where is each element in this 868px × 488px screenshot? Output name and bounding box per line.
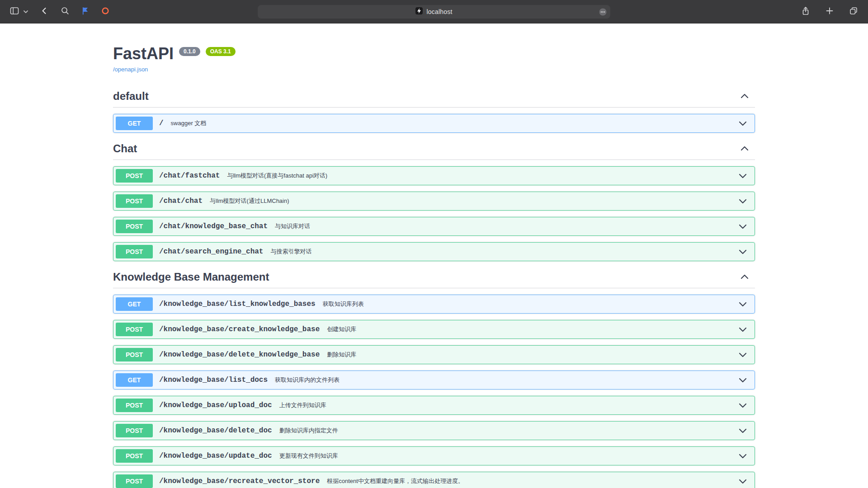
sidebar-menu-button[interactable] bbox=[23, 7, 29, 16]
openapi-json-link[interactable]: /openapi.json bbox=[113, 66, 148, 73]
method-badge: POST bbox=[116, 474, 153, 488]
section-header-default[interactable]: default bbox=[113, 87, 755, 108]
share-icon bbox=[801, 6, 810, 17]
section-knowledge-base-management: Knowledge Base Management GET /knowledge… bbox=[113, 267, 755, 488]
chevron-down-icon[interactable] bbox=[739, 352, 747, 357]
chevron-down-icon[interactable] bbox=[739, 403, 747, 408]
chevron-down-icon[interactable] bbox=[739, 454, 747, 459]
swagger-page: FastAPI 0.1.0 OAS 3.1 /openapi.json defa… bbox=[0, 23, 868, 488]
oas-badge: OAS 3.1 bbox=[206, 47, 236, 56]
endpoint-row[interactable]: GET / swagger 文档 bbox=[113, 114, 755, 133]
method-badge: POST bbox=[116, 449, 153, 463]
endpoint-row[interactable]: POST /knowledge_base/create_knowledge_ba… bbox=[113, 320, 755, 339]
section-header-knowledge-base-management[interactable]: Knowledge Base Management bbox=[113, 267, 755, 288]
method-badge: POST bbox=[116, 323, 153, 336]
extension-orange-icon bbox=[101, 7, 109, 16]
endpoint-description: 与搜索引擎对话 bbox=[270, 248, 311, 256]
chevron-down-icon[interactable] bbox=[739, 121, 747, 126]
method-badge: POST bbox=[116, 424, 153, 437]
back-button[interactable] bbox=[39, 5, 50, 18]
chevron-down-icon[interactable] bbox=[739, 378, 747, 383]
endpoint-path: /chat/knowledge_base_chat bbox=[159, 222, 268, 230]
method-badge: POST bbox=[116, 348, 153, 361]
method-badge: GET bbox=[116, 297, 153, 311]
chevron-up-icon bbox=[741, 94, 749, 99]
endpoint-row[interactable]: POST /chat/knowledge_base_chat 与知识库对话 bbox=[113, 217, 755, 236]
method-badge: POST bbox=[116, 220, 153, 233]
method-badge: POST bbox=[116, 194, 153, 208]
endpoint-path: /knowledge_base/upload_doc bbox=[159, 401, 272, 409]
chevron-left-icon bbox=[40, 6, 49, 17]
endpoint-description: 与知识库对话 bbox=[275, 222, 310, 230]
endpoint-description: 与llm模型对话(通过LLMChain) bbox=[210, 197, 289, 205]
endpoint-path: /knowledge_base/update_doc bbox=[159, 452, 272, 460]
method-badge: POST bbox=[116, 169, 153, 183]
url-text: localhost bbox=[426, 8, 452, 15]
endpoint-description: 删除知识库内指定文件 bbox=[279, 427, 338, 435]
chevron-down-icon[interactable] bbox=[739, 249, 747, 254]
chevron-down-icon[interactable] bbox=[739, 199, 747, 204]
share-button[interactable] bbox=[800, 5, 811, 18]
endpoint-description: 获取知识库内的文件列表 bbox=[275, 376, 340, 384]
section-title: Chat bbox=[113, 142, 137, 155]
endpoint-row[interactable]: POST /chat/fastchat 与llm模型对话(直接与fastchat… bbox=[113, 166, 755, 185]
extension-blue-button[interactable] bbox=[80, 6, 90, 17]
address-bar[interactable]: localhost bbox=[258, 5, 610, 19]
endpoint-path: /chat/fastchat bbox=[159, 172, 220, 180]
sidebar-toggle-button[interactable] bbox=[9, 5, 20, 18]
sidebar-icon bbox=[10, 6, 19, 17]
endpoint-description: swagger 文档 bbox=[171, 119, 207, 127]
extension-blue-icon bbox=[81, 7, 90, 16]
version-badge: 0.1.0 bbox=[179, 47, 200, 56]
chevron-down-icon[interactable] bbox=[739, 174, 747, 178]
section-default: default GET / swagger 文档 bbox=[113, 87, 755, 133]
new-tab-button[interactable] bbox=[825, 6, 835, 17]
chevron-down-icon[interactable] bbox=[739, 302, 747, 307]
endpoint-row[interactable]: POST /knowledge_base/delete_doc 删除知识库内指定… bbox=[113, 421, 755, 440]
page-settings-button[interactable] bbox=[599, 8, 607, 18]
extension-orange-button[interactable] bbox=[100, 6, 110, 17]
endpoint-path: /knowledge_base/delete_knowledge_base bbox=[159, 351, 320, 359]
endpoint-path: /knowledge_base/list_knowledge_bases bbox=[159, 300, 316, 308]
site-favicon bbox=[415, 7, 423, 16]
endpoint-row[interactable]: POST /knowledge_base/delete_knowledge_ba… bbox=[113, 345, 755, 364]
chevron-down-icon bbox=[24, 8, 28, 15]
method-badge: GET bbox=[116, 373, 153, 387]
search-icon bbox=[61, 6, 70, 17]
endpoint-description: 删除知识库 bbox=[327, 351, 356, 359]
chevron-down-icon[interactable] bbox=[739, 327, 747, 332]
endpoint-path: /knowledge_base/list_docs bbox=[159, 376, 268, 384]
section-title: default bbox=[113, 89, 149, 103]
chevron-up-icon bbox=[741, 274, 749, 279]
endpoint-description: 上传文件到知识库 bbox=[279, 401, 326, 409]
section-title: Knowledge Base Management bbox=[113, 270, 269, 283]
endpoint-description: 创建知识库 bbox=[327, 325, 356, 333]
endpoint-description: 与llm模型对话(直接与fastchat api对话) bbox=[227, 172, 327, 180]
endpoint-path: /knowledge_base/delete_doc bbox=[159, 427, 272, 435]
endpoint-row[interactable]: GET /knowledge_base/list_docs 获取知识库内的文件列… bbox=[113, 371, 755, 389]
endpoint-row[interactable]: POST /chat/search_engine_chat 与搜索引擎对话 bbox=[113, 242, 755, 261]
chevron-down-icon[interactable] bbox=[739, 224, 747, 229]
tabs-overview-button[interactable] bbox=[848, 5, 859, 18]
endpoint-row[interactable]: POST /knowledge_base/upload_doc 上传文件到知识库 bbox=[113, 396, 755, 415]
method-badge: GET bbox=[116, 117, 153, 130]
chevron-down-icon[interactable] bbox=[739, 479, 747, 484]
endpoint-row[interactable]: GET /knowledge_base/list_knowledge_bases… bbox=[113, 295, 755, 314]
endpoint-row[interactable]: POST /knowledge_base/update_doc 更新现有文件到知… bbox=[113, 446, 755, 465]
search-button[interactable] bbox=[60, 5, 71, 18]
endpoint-description: 更新现有文件到知识库 bbox=[279, 452, 338, 460]
endpoint-description: 获取知识库列表 bbox=[323, 300, 364, 308]
section-header-chat[interactable]: Chat bbox=[113, 139, 755, 160]
endpoint-path: /knowledge_base/create_knowledge_base bbox=[159, 325, 320, 333]
endpoint-description: 根据content中文档重建向量库，流式输出处理进度。 bbox=[327, 477, 464, 485]
endpoint-row[interactable]: POST /knowledge_base/recreate_vector_sto… bbox=[113, 472, 755, 488]
endpoint-path: /knowledge_base/recreate_vector_store bbox=[159, 477, 320, 485]
plus-icon bbox=[826, 7, 834, 16]
page-title: FastAPI bbox=[113, 44, 174, 63]
endpoint-row[interactable]: POST /chat/chat 与llm模型对话(通过LLMChain) bbox=[113, 192, 755, 211]
endpoint-path: /chat/chat bbox=[159, 197, 203, 205]
chevron-down-icon[interactable] bbox=[739, 428, 747, 433]
chevron-up-icon bbox=[741, 146, 749, 151]
endpoint-path: / bbox=[159, 119, 164, 127]
endpoint-path: /chat/search_engine_chat bbox=[159, 248, 263, 256]
